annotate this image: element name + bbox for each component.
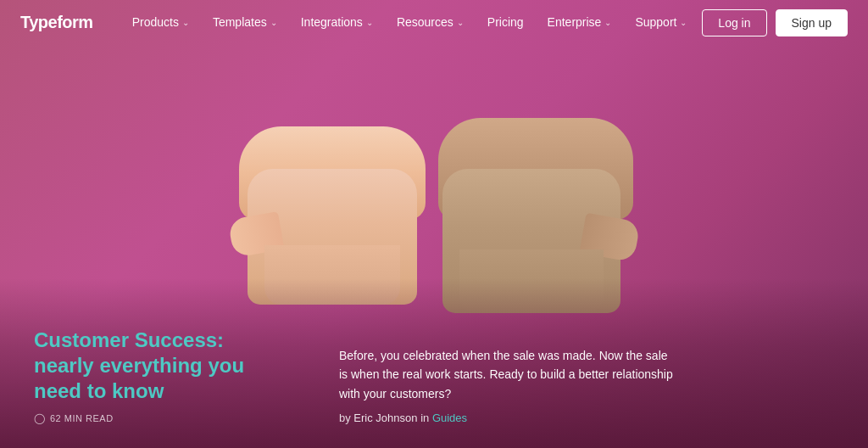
nav-item-resources[interactable]: Resources ⌄ xyxy=(385,0,476,45)
hero-meta: ◯ 62 MIN READ xyxy=(34,412,271,424)
byline-author: Eric Johnson xyxy=(353,412,417,424)
byline-in: in xyxy=(420,412,432,424)
chevron-down-icon: ⌄ xyxy=(680,0,687,45)
hero-title: Customer Success: nearly everything you … xyxy=(34,328,271,404)
hero-right-panel: Before, you celebrated when the sale was… xyxy=(339,346,678,424)
nav-item-support[interactable]: Support ⌄ xyxy=(623,0,698,45)
navbar-actions: Log in Sign up xyxy=(702,9,848,36)
chevron-down-icon: ⌄ xyxy=(366,0,373,45)
hero-left-panel: Customer Success: nearly everything you … xyxy=(34,328,271,424)
chevron-down-icon: ⌄ xyxy=(457,0,464,45)
hero-content: Customer Success: nearly everything you … xyxy=(0,328,868,448)
nav-item-pricing[interactable]: Pricing xyxy=(476,0,536,45)
chevron-down-icon: ⌄ xyxy=(182,0,189,45)
byline-prefix: by xyxy=(339,412,351,424)
navbar-links: Products ⌄ Templates ⌄ Integrations ⌄ Re… xyxy=(120,0,703,45)
nav-item-enterprise[interactable]: Enterprise ⌄ xyxy=(536,0,624,45)
hero-description: Before, you celebrated when the sale was… xyxy=(339,346,678,403)
hero-section: Typeform Products ⌄ Templates ⌄ Integrat… xyxy=(0,0,868,448)
byline-category-link[interactable]: Guides xyxy=(432,412,467,424)
login-button[interactable]: Log in xyxy=(702,9,766,36)
brand-logo[interactable]: Typeform xyxy=(20,13,93,32)
signup-button[interactable]: Sign up xyxy=(776,9,848,36)
navbar: Typeform Products ⌄ Templates ⌄ Integrat… xyxy=(0,0,868,45)
chevron-down-icon: ⌄ xyxy=(604,0,611,45)
nav-item-templates[interactable]: Templates ⌄ xyxy=(201,0,289,45)
chevron-down-icon: ⌄ xyxy=(270,0,277,45)
nav-item-integrations[interactable]: Integrations ⌄ xyxy=(289,0,385,45)
min-read-label: 62 MIN READ xyxy=(50,413,114,423)
clock-icon: ◯ xyxy=(34,412,45,424)
nav-item-products[interactable]: Products ⌄ xyxy=(120,0,201,45)
hero-byline: by Eric Johnson in Guides xyxy=(339,412,678,424)
